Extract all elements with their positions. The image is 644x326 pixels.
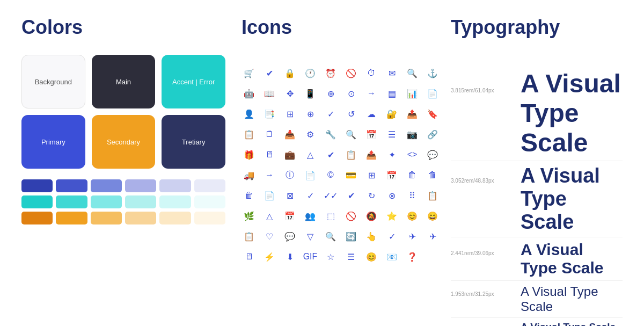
type-scale-label: 3.052rem/48.83px [451,178,510,184]
type-scale-label: 3.815rem/61.04px [451,88,510,93]
type-scale-sample: A Visual Type Scale [521,321,616,326]
type-row: 3.815rem/61.04pxA Visual Type Scale [451,66,623,161]
icon-cell: ▤ [384,86,399,101]
icon-cell: 📋 [241,229,257,244]
swatch-secondary: Secondary [92,115,156,169]
palette-row [21,195,225,208]
icon-cell: 📅 [384,168,399,183]
icon-cell: 🔍 [405,66,420,81]
icon-cell: 📄 [262,188,277,203]
icons-section: Icons 🛒✔🔒🕐⏰🚫⏱✉🔍⚓🤖📖✥📱⊕⊙→▤📊📄👤📑⊞⊕✓↺☁🔐📤🔖📋🗒📥⚙… [225,16,429,326]
palette-chip [21,195,53,208]
icon-cell: ☁ [364,106,379,121]
swatch-main: Main [92,55,156,108]
icon-cell: ✔ [343,188,358,203]
palette-chip [194,212,225,224]
palette-chip [125,195,156,208]
icon-cell: 📊 [405,86,420,101]
icon-cell: 📑 [262,106,277,121]
swatch-primary: Primary [21,115,85,169]
icon-cell: ⊙ [343,86,358,101]
palette-row [21,179,225,192]
icon-cell: ↻ [364,188,379,203]
icon-cell: 📅 [282,208,297,223]
icon-cell: 📱 [303,86,318,101]
color-swatches-grid: Background Main Accent | Error Primary S… [21,55,225,169]
icon-cell: 🔍 [343,127,358,142]
icon-cell: 🌿 [241,208,257,223]
icon-cell: 🗒 [262,127,277,142]
typography-section: Typography 3.815rem/61.04pxA Visual Type… [429,16,623,326]
icon-cell: ♡ [262,229,277,244]
icons-grid: 🛒✔🔒🕐⏰🚫⏱✉🔍⚓🤖📖✥📱⊕⊙→▤📊📄👤📑⊞⊕✓↺☁🔐📤🔖📋🗒📥⚙🔧🔍📅☰📷🔗… [241,66,429,264]
icons-title: Icons [241,16,429,39]
icon-cell: 🚫 [343,208,358,223]
icon-cell: ✦ [384,147,399,162]
icon-cell: GIF [303,249,318,264]
icon-cell: ☆ [323,249,338,264]
icon-cell: ✉ [384,66,399,81]
icon-cell: 💬 [282,229,297,244]
palette-chip [125,212,156,224]
type-scale-sample: A Visual Type Scale [521,241,623,277]
icon-cell: 🤖 [241,86,257,101]
palette-chip [56,195,87,208]
icon-cell: Ⓘ [282,168,297,183]
icon-cell: 📧 [384,249,399,264]
icon-cell: 🕐 [303,66,318,81]
icon-cell: ✓✓ [323,188,338,203]
icon-cell: 👤 [241,106,257,121]
icon-cell: 🔐 [384,106,399,121]
icon-cell: ⭐ [384,208,399,223]
icon-cell: 🖥 [262,147,277,162]
icon-cell: 🎁 [241,147,257,162]
icon-cell: ⊠ [282,188,297,203]
icon-cell: ✔ [323,147,338,162]
icon-cell: ⬚ [323,208,338,223]
icon-cell: ❓ [405,249,420,264]
type-scale-label: 2.441rem/39.06px [451,250,510,256]
type-row: 1.953rem/31.25pxA Visual Type Scale [451,281,623,318]
icon-cell: ✥ [282,86,297,101]
swatch-background: Background [21,55,85,108]
icon-cell: 🔧 [323,127,338,142]
palette-chip [159,212,191,224]
palette-chip [21,212,53,224]
icon-cell: ✔ [262,66,277,81]
icon-cell: 📥 [282,127,297,142]
icon-cell: 🛒 [241,66,257,81]
palette-chip [21,179,53,192]
icon-cell: ✓ [384,229,399,244]
icon-cell: 💳 [343,168,358,183]
type-scale-sample: A Visual Type Scale [521,164,623,234]
icon-cell: ⊗ [384,188,399,203]
type-scale: 3.815rem/61.04pxA Visual Type Scale3.052… [451,66,623,326]
swatch-tertiary: Tretiary [162,115,225,169]
icon-cell: ⏰ [323,66,338,81]
palette-rows [21,179,225,224]
icon-cell: 📅 [364,127,379,142]
palette-chip [125,179,156,192]
icon-cell: 😊 [364,249,379,264]
icon-cell: △ [262,208,277,223]
icon-cell: 📤 [364,147,379,162]
icon-cell: ⊕ [323,86,338,101]
icon-cell: © [323,168,338,183]
type-scale-label: 1.953rem/31.25px [451,291,510,297]
palette-chip [91,212,122,224]
icon-cell: 🔄 [343,229,358,244]
icon-cell: 👥 [303,208,318,223]
icon-cell: 👆 [364,229,379,244]
palette-chip [194,195,225,208]
icon-cell: → [262,168,277,183]
colors-title: Colors [21,16,225,39]
icon-cell: 🔕 [364,208,379,223]
palette-chip [159,195,191,208]
icon-cell: ⠿ [405,188,420,203]
icon-cell: → [364,86,379,101]
icon-cell: ☰ [384,127,399,142]
icon-cell: 🔒 [282,66,297,81]
icon-cell: 📤 [405,106,420,121]
icon-cell: 📋 [343,147,358,162]
palette-row [21,212,225,224]
